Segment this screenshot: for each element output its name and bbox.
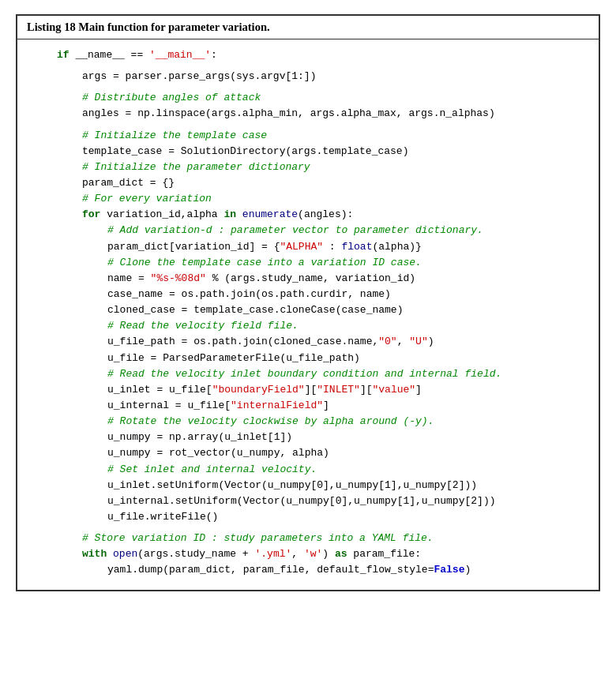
code-line-12: param_dict[variation_id] = {"ALPHA" : fl… xyxy=(17,239,599,255)
code-line-19: u_file = ParsedParameterFile(u_file_path… xyxy=(17,351,599,366)
code-line-3: # Distribute angles of attack xyxy=(17,90,599,106)
code-line-4: angles = np.linspace(args.alpha_min, arg… xyxy=(17,106,599,122)
code-line-25: u_numpy = rot_vector(u_numpy, alpha) xyxy=(17,445,599,461)
code-line-17: # Read the velocity field file. xyxy=(17,318,599,334)
listing-box: Listing 18 Main function for parameter v… xyxy=(16,14,600,591)
code-line-28: u_internal.setUniform(Vector(u_numpy[0],… xyxy=(17,493,599,509)
code-line-22: u_internal = u_file["internalField"] xyxy=(17,398,599,414)
code-line-32: yaml.dump(param_dict, param_file, defaul… xyxy=(17,562,599,578)
code-line-24: u_numpy = np.array(u_inlet[1]) xyxy=(17,430,599,445)
code-line-13: # Clone the template case into a variati… xyxy=(17,255,599,271)
code-line-15: case_name = os.path.join(os.path.curdir,… xyxy=(17,287,599,302)
code-line-18: u_file_path = os.path.join(cloned_case.n… xyxy=(17,334,599,350)
code-line-5: # Initialize the template case xyxy=(17,128,599,144)
code-line-30: # Store variation ID : study parameters … xyxy=(17,531,599,546)
listing-number: Listing 18 xyxy=(27,21,76,33)
code-line-10: for variation_id,alpha in enumerate(angl… xyxy=(17,207,599,223)
listing-header: Listing 18 Main function for parameter v… xyxy=(17,16,599,39)
code-line-1: if __name__ == '__main__': xyxy=(17,47,599,63)
code-line-9: # For every variation xyxy=(17,191,599,207)
code-line-11: # Add variation-d : parameter vector to … xyxy=(17,223,599,238)
listing-title-rest: Main function for parameter variation. xyxy=(76,21,270,33)
code-body: if __name__ == '__main__': args = parser… xyxy=(17,39,599,590)
code-line-8: param_dict = {} xyxy=(17,175,599,191)
code-line-31: with open(args.study_name + '.yml', 'w')… xyxy=(17,546,599,562)
code-line-21: u_inlet = u_file["boundaryField"]["INLET… xyxy=(17,382,599,398)
code-line-29: u_file.writeFile() xyxy=(17,509,599,525)
code-line-23: # Rotate the velocity clockwise by alpha… xyxy=(17,414,599,430)
code-line-16: cloned_case = template_case.cloneCase(ca… xyxy=(17,302,599,318)
code-line-2: args = parser.parse_args(sys.argv[1:]) xyxy=(17,69,599,84)
code-line-14: name = "%s-%08d" % (args.study_name, var… xyxy=(17,271,599,287)
code-line-7: # Initialize the parameter dictionary xyxy=(17,159,599,175)
code-line-27: u_inlet.setUniform(Vector(u_numpy[0],u_n… xyxy=(17,478,599,493)
code-line-20: # Read the velocity inlet boundary condi… xyxy=(17,366,599,382)
code-line-6: template_case = SolutionDirectory(args.t… xyxy=(17,144,599,159)
code-line-26: # Set inlet and internal velocity. xyxy=(17,462,599,478)
